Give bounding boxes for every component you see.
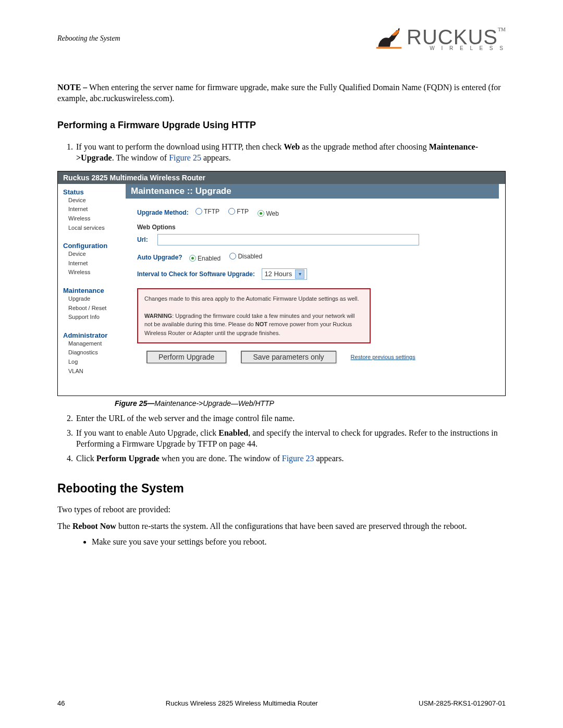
para2-a: The bbox=[57, 522, 72, 530]
sidebar-item-device[interactable]: Device bbox=[63, 196, 126, 205]
step-3-text-a: If you want to enable Auto Upgrade, clic… bbox=[76, 428, 218, 437]
radio-disabled-label: Disabled bbox=[238, 253, 262, 260]
step-2-text: Enter the URL of the web server and the … bbox=[76, 414, 295, 423]
radio-ftp-label: FTP bbox=[237, 208, 249, 215]
note-text: When entering the server name for firmwa… bbox=[57, 83, 501, 103]
step-4-bold: Perform Upgrade bbox=[96, 454, 160, 463]
chevron-down-icon: ▾ bbox=[295, 269, 304, 279]
figure-caption-number: Figure 25— bbox=[115, 399, 154, 408]
figure-25-link[interactable]: Figure 25 bbox=[169, 153, 201, 162]
radio-web[interactable]: Web bbox=[258, 210, 278, 217]
sidebar-item-internet[interactable]: Internet bbox=[63, 205, 126, 214]
step-3-bold: Enabled bbox=[218, 428, 248, 437]
step-1-text-c: . The window of bbox=[112, 153, 169, 162]
sidebar-item-log[interactable]: Log bbox=[63, 357, 126, 367]
sidebar-status-head[interactable]: Status bbox=[63, 188, 126, 196]
sidebar-item-cfg-device[interactable]: Device bbox=[63, 250, 126, 259]
section-heading: Rebooting the System bbox=[57, 482, 506, 496]
perform-upgrade-button[interactable]: Perform Upgrade bbox=[146, 351, 226, 363]
router-sidebar: Status Device Internet Wireless Local se… bbox=[58, 184, 126, 396]
footer-page-number: 46 bbox=[57, 699, 65, 707]
warning-line2: WARNING: Upgrading the firmware could ta… bbox=[144, 312, 363, 338]
sidebar-item-upgrade[interactable]: Upgrade bbox=[63, 294, 126, 304]
sidebar-item-cfg-internet[interactable]: Internet bbox=[63, 259, 126, 268]
footer-doc-id: USM-2825-RKS1-012907-01 bbox=[419, 699, 506, 707]
radio-web-label: Web bbox=[266, 210, 278, 217]
step-1-bold-web: Web bbox=[284, 142, 300, 151]
url-label: Url: bbox=[137, 236, 148, 243]
warning-not: NOT bbox=[255, 321, 267, 327]
figure-caption-text: Maintenance->Upgrade—Web/HTTP bbox=[154, 399, 274, 408]
sidebar-item-wireless[interactable]: Wireless bbox=[63, 214, 126, 224]
ruckus-logo: RUCKUSTM W I R E L E S S bbox=[374, 26, 506, 51]
sidebar-maintenance-head[interactable]: Maintenance bbox=[63, 287, 126, 294]
save-parameters-button[interactable]: Save parameters only bbox=[241, 351, 336, 363]
note-label: NOTE – bbox=[57, 83, 87, 92]
step-1-text-d: appears. bbox=[201, 153, 231, 162]
step-1: If you want to perform the download usin… bbox=[75, 141, 506, 164]
paragraph-intro: Two types of reboot are provided: bbox=[57, 504, 506, 515]
radio-enabled-label: Enabled bbox=[198, 255, 221, 262]
radio-tftp[interactable]: TFTP bbox=[195, 208, 219, 215]
interval-label: Interval to Check for Software Upgrade: bbox=[137, 270, 255, 278]
bullet-save-settings: Make sure you save your settings before … bbox=[92, 537, 506, 547]
warning-line1: Changes made to this area apply to the A… bbox=[144, 294, 363, 303]
auto-upgrade-label: Auto Upgrade? bbox=[137, 254, 182, 261]
logo-tm: TM bbox=[498, 27, 506, 32]
warning-box: Changes made to this area apply to the A… bbox=[137, 288, 371, 344]
figure-23-link[interactable]: Figure 23 bbox=[282, 454, 314, 463]
figure-caption: Figure 25—Maintenance->Upgrade—Web/HTTP bbox=[57, 399, 506, 408]
sidebar-item-cfg-wireless[interactable]: Wireless bbox=[63, 268, 126, 277]
sidebar-item-diagnostics[interactable]: Diagnostics bbox=[63, 348, 126, 357]
radio-icon bbox=[228, 208, 235, 215]
radio-ftp[interactable]: FTP bbox=[228, 208, 249, 215]
figure-25: Ruckus 2825 Multimedia Wireless Router S… bbox=[57, 171, 506, 396]
radio-enabled[interactable]: Enabled bbox=[189, 255, 221, 262]
sidebar-configuration-head[interactable]: Configuration bbox=[63, 242, 126, 250]
url-input[interactable] bbox=[157, 234, 419, 245]
interval-select[interactable]: 12 Hours ▾ bbox=[262, 268, 307, 280]
interval-value: 12 Hours bbox=[264, 270, 292, 278]
step-4-text-b: when you are done. The window of bbox=[160, 454, 282, 463]
dog-icon bbox=[374, 26, 403, 51]
para2-b: button re-starts the system. All the con… bbox=[116, 522, 467, 530]
sidebar-item-support[interactable]: Support Info bbox=[63, 313, 126, 322]
radio-icon bbox=[195, 208, 202, 215]
subsection-heading: Performing a Firmware Upgrade Using HTTP bbox=[57, 120, 506, 131]
para2-bold: Reboot Now bbox=[72, 522, 116, 530]
radio-tftp-label: TFTP bbox=[204, 208, 219, 215]
sidebar-item-localservices[interactable]: Local services bbox=[63, 224, 126, 233]
restore-previous-link[interactable]: Restore previous settings bbox=[351, 354, 415, 360]
paragraph-reboot-now: The Reboot Now button re-starts the syst… bbox=[57, 521, 506, 532]
radio-icon bbox=[229, 253, 236, 260]
sidebar-administrator-head[interactable]: Administrator bbox=[63, 331, 126, 339]
warning-bold: WARNING bbox=[144, 313, 172, 319]
radio-icon bbox=[189, 255, 196, 262]
running-header: Rebooting the System bbox=[57, 34, 120, 43]
radio-disabled[interactable]: Disabled bbox=[229, 253, 262, 260]
note-paragraph: NOTE – When entering the server name for… bbox=[57, 82, 506, 104]
panel-heading: Maintenance :: Upgrade bbox=[126, 184, 499, 199]
radio-icon bbox=[258, 210, 264, 217]
sidebar-item-reboot[interactable]: Reboot / Reset bbox=[63, 304, 126, 313]
sidebar-item-vlan[interactable]: VLAN bbox=[63, 367, 126, 376]
step-1-text-a: If you want to perform the download usin… bbox=[76, 142, 284, 151]
sidebar-item-management[interactable]: Management bbox=[63, 339, 126, 349]
upgrade-method-label: Upgrade Method: bbox=[137, 209, 189, 216]
router-titlebar: Ruckus 2825 Multimedia Wireless Router bbox=[58, 171, 505, 184]
footer-center: Ruckus Wireless 2825 Wireless Multimedia… bbox=[166, 699, 318, 707]
logo-subtitle: W I R E L E S S bbox=[407, 45, 506, 51]
step-4-text-a: Click bbox=[76, 454, 96, 463]
step-1-text-b: as the upgrade method after choosing bbox=[300, 142, 429, 151]
step-4: Click Perform Upgrade when you are done.… bbox=[75, 453, 506, 464]
web-options-label: Web Options bbox=[137, 224, 499, 231]
step-3: If you want to enable Auto Upgrade, clic… bbox=[75, 427, 506, 450]
step-4-text-c: appears. bbox=[314, 454, 344, 463]
step-2: Enter the URL of the web server and the … bbox=[75, 413, 506, 424]
